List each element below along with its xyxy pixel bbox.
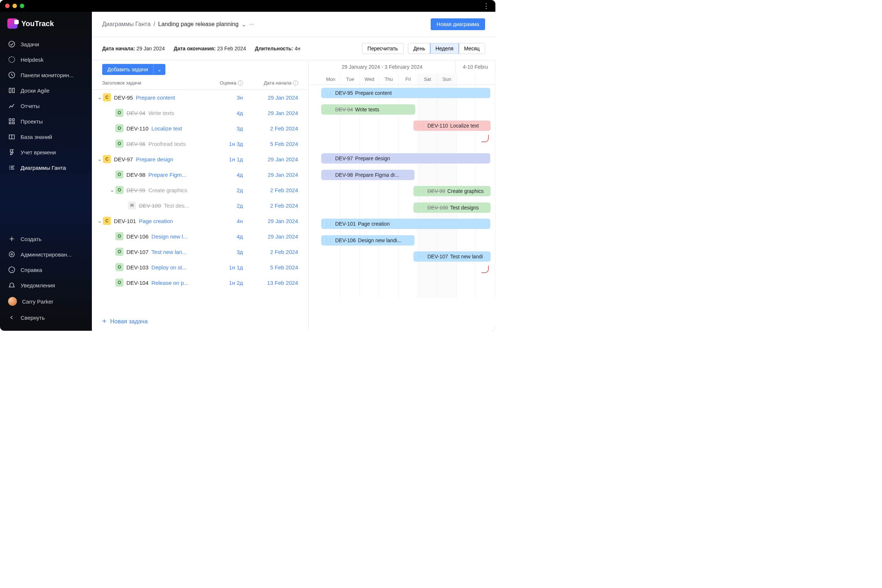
- priority-badge: O: [116, 109, 123, 117]
- sidebar-item[interactable]: Создать: [3, 231, 89, 246]
- task-name[interactable]: Localize text: [152, 125, 210, 132]
- brand[interactable]: YouTrack: [0, 18, 92, 35]
- drag-handle-icon[interactable]: ⋮⋮: [325, 238, 332, 242]
- task-name[interactable]: Prepare design: [136, 156, 210, 162]
- task-row[interactable]: ⌄ODEV-99Create graphics2д2 Feb 2024: [92, 182, 308, 198]
- drag-handle-icon[interactable]: ⋮⋮: [417, 124, 424, 128]
- gantt-bar[interactable]: ⋮⋮DEV-97Prepare design: [321, 153, 490, 164]
- drag-handle-icon[interactable]: ⋮⋮: [417, 206, 424, 210]
- chevron-down-icon[interactable]: ⌄: [242, 21, 246, 28]
- add-tasks-dropdown[interactable]: ⌄: [153, 64, 165, 75]
- task-row[interactable]: ODEV-110Localize text3д2 Feb 2024: [92, 120, 308, 136]
- task-name[interactable]: Prepare Figm...: [148, 172, 210, 178]
- sidebar-item[interactable]: Диаграммы Ганта: [3, 160, 89, 175]
- new-chart-button[interactable]: Новая диаграмма: [431, 18, 485, 30]
- window-minimize-icon[interactable]: [12, 4, 17, 8]
- gantt-bar[interactable]: ⋮⋮DEV-98Prepare Figma dr...: [321, 170, 414, 180]
- task-row[interactable]: ⌄CDEV-101Page creation4н29 Jan 2024: [92, 213, 308, 229]
- recalc-button[interactable]: Пересчитать: [362, 43, 404, 54]
- task-name[interactable]: Create graphics: [148, 187, 210, 193]
- task-row[interactable]: ODEV-103Deploy on st...1н 1д5 Feb 2024: [92, 260, 308, 275]
- sidebar-item[interactable]: Панели мониторин...: [3, 68, 89, 82]
- drag-handle-icon[interactable]: ⋮⋮: [325, 107, 332, 111]
- sidebar-item[interactable]: Администрирован...: [3, 247, 89, 262]
- expand-icon[interactable]: ⌄: [96, 94, 103, 101]
- gantt-bar[interactable]: ⋮⋮DEV-101Page creation: [321, 219, 490, 229]
- window-menu-icon[interactable]: ⋮: [483, 2, 490, 10]
- gantt-bar[interactable]: ⋮⋮DEV-94Write texts: [321, 104, 415, 115]
- gantt-bar[interactable]: ⋮⋮DEV-110Localize text: [413, 120, 490, 131]
- expand-icon[interactable]: ⌄: [96, 218, 103, 224]
- task-id: DEV-94: [126, 110, 146, 116]
- scale-day[interactable]: День: [408, 44, 430, 54]
- gantt-day-header: Mon: [321, 74, 340, 84]
- sidebar-item[interactable]: Проекты: [3, 114, 89, 129]
- sidebar-item[interactable]: Справка: [3, 262, 89, 277]
- task-name[interactable]: Design new l...: [152, 233, 210, 240]
- breadcrumb-current[interactable]: Landing page release planning: [158, 21, 238, 28]
- gantt-bar[interactable]: ⋮⋮DEV-107Test new landi: [413, 251, 490, 262]
- gantt-bar[interactable]: ⋮⋮DEV-106Design new landi...: [321, 235, 414, 246]
- gantt-bar[interactable]: ⋮⋮DEV-95Prepare content: [321, 88, 490, 98]
- more-icon[interactable]: ···: [249, 21, 254, 28]
- task-row[interactable]: ODEV-106Design new l...4д29 Jan 2024: [92, 229, 308, 244]
- task-start: 5 Feb 2024: [243, 264, 298, 270]
- task-row[interactable]: ⌄CDEV-97Prepare design1н 1д29 Jan 2024: [92, 152, 308, 167]
- drag-handle-icon[interactable]: ⋮⋮: [417, 255, 424, 259]
- task-name[interactable]: Release on p...: [152, 280, 210, 286]
- task-row[interactable]: ODEV-94Write texts4д29 Jan 2024: [92, 105, 308, 120]
- sidebar-item[interactable]: Учет времени: [3, 145, 89, 159]
- task-name[interactable]: Proofread texts: [148, 141, 210, 147]
- sidebar-item[interactable]: Свернуть: [3, 310, 89, 325]
- gantt-bar-label: Prepare design: [355, 156, 390, 161]
- infobar: Дата начала: 29 Jan 2024 Дата окончания:…: [92, 37, 495, 60]
- window-maximize-icon[interactable]: [20, 4, 24, 8]
- sidebar-item[interactable]: База знаний: [3, 129, 89, 144]
- breadcrumb-root[interactable]: Диаграммы Ганта: [102, 21, 151, 28]
- sidebar-item[interactable]: Уведомления: [3, 278, 89, 292]
- drag-handle-icon[interactable]: ⋮⋮: [325, 91, 332, 95]
- expand-icon[interactable]: ⌄: [96, 156, 103, 162]
- gantt-bar-id: DEV-107: [428, 254, 448, 260]
- sidebar-item[interactable]: Helpdesk: [3, 52, 89, 67]
- priority-badge: O: [116, 171, 123, 178]
- scale-month[interactable]: Месяц: [459, 44, 485, 54]
- task-start: 29 Jan 2024: [243, 156, 298, 162]
- task-row[interactable]: ODEV-96Proofread texts1н 3д5 Feb 2024: [92, 136, 308, 152]
- drag-handle-icon[interactable]: ⋮⋮: [325, 222, 332, 226]
- drag-handle-icon[interactable]: ⋮⋮: [417, 189, 424, 193]
- gantt-bar[interactable]: ⋮⋮DEV-100Test designs: [413, 202, 490, 213]
- task-row[interactable]: ODEV-104Release on p...1н 2д13 Feb 2024: [92, 275, 308, 290]
- task-estimate: 4д: [210, 233, 243, 240]
- gantt-bar-label: Test new landi: [450, 254, 483, 260]
- expand-icon[interactable]: ⌄: [109, 187, 116, 193]
- add-tasks-button[interactable]: Добавить задачи: [102, 64, 153, 75]
- sidebar-item[interactable]: Отчеты: [3, 99, 89, 113]
- gantt-bar[interactable]: ⋮⋮DEV-99Create graphics: [413, 186, 490, 196]
- task-row[interactable]: ODEV-98Prepare Figm...4д29 Jan 2024: [92, 167, 308, 182]
- task-name[interactable]: Write texts: [148, 110, 210, 116]
- task-name[interactable]: Test new lan...: [152, 249, 210, 255]
- task-name[interactable]: Page creation: [139, 218, 210, 224]
- new-task-button[interactable]: + Новая задача: [92, 312, 308, 331]
- task-row[interactable]: ODEV-107Test new lan...3д2 Feb 2024: [92, 244, 308, 260]
- priority-badge: O: [116, 248, 123, 256]
- task-row[interactable]: ⌄CDEV-95Prepare content3н29 Jan 2024: [92, 90, 308, 105]
- scale-week[interactable]: Неделя: [430, 43, 459, 54]
- window-close-icon[interactable]: [5, 4, 9, 8]
- drag-handle-icon[interactable]: ⋮⋮: [325, 156, 332, 160]
- col-start: Дата началаi: [243, 80, 298, 86]
- task-name[interactable]: Prepare content: [136, 94, 210, 101]
- sidebar-item[interactable]: Задачи: [3, 37, 89, 51]
- info-icon[interactable]: i: [238, 81, 243, 86]
- gantt-bar-label: Write texts: [355, 106, 379, 112]
- sidebar-item[interactable]: Carry Parker: [3, 293, 89, 309]
- info-icon[interactable]: i: [293, 81, 298, 86]
- drag-handle-icon[interactable]: ⋮⋮: [325, 173, 332, 177]
- task-name[interactable]: Deploy on st...: [152, 264, 210, 270]
- sidebar-item[interactable]: Доски Agile: [3, 83, 89, 98]
- task-row[interactable]: HDEV-100Test des...2д2 Feb 2024: [92, 198, 308, 213]
- svg-point-9: [9, 252, 14, 257]
- task-name[interactable]: Test des...: [164, 202, 210, 209]
- gantt-chart[interactable]: 29 January 2024 - 3 February 2024 4-10 F…: [309, 60, 495, 331]
